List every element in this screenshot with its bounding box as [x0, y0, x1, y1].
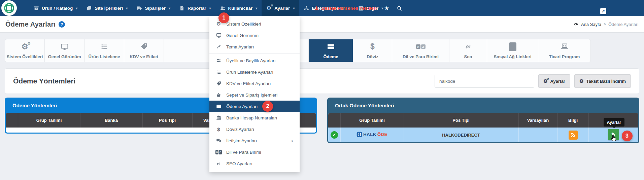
- dollar-icon: $: [215, 127, 222, 132]
- chevron-down-icon: ▾: [293, 6, 295, 10]
- link-icon: [464, 42, 472, 51]
- list-icon: [215, 70, 222, 75]
- nav-label: Ayarlar: [274, 6, 290, 11]
- nav-label: Siparişler: [145, 6, 166, 11]
- nav-item-ayarlar[interactable]: ⚙⚙ Ayarlar ▾: [262, 0, 299, 16]
- row-default-cell: [518, 128, 557, 142]
- gears-icon: ⚙⚙: [21, 42, 28, 51]
- breadcrumb-home[interactable]: Ana Sayfa: [581, 22, 601, 27]
- gears-icon: ⚙⚙: [266, 5, 272, 11]
- menu-item-sepet-ve-siparis[interactable]: Sepet ve Sipariş İşlemleri: [209, 89, 300, 101]
- payment-search-input[interactable]: [435, 75, 534, 87]
- menu-item-label: Sepet ve Sipariş İşlemleri: [226, 93, 277, 98]
- sitemap-icon: [303, 5, 309, 11]
- submenu-arrow-icon: ▸: [292, 139, 294, 143]
- toolbar-actions: ⚙⚙ Ayarlar ⚙ Taksit Bazlı İndirim: [435, 74, 631, 88]
- shared-payment-table: Grup Tanımı Pos Tipi Varsayılan Bilgi ✔: [328, 113, 638, 142]
- gear-icon: ⚙: [579, 78, 584, 84]
- column-header-empty: [6, 113, 18, 128]
- menu-item-urun-listeleme[interactable]: Ürün Listeleme Ayarları: [209, 66, 300, 78]
- help-icon[interactable]: ?: [59, 21, 65, 28]
- breadcrumb-current: Ödeme Ayarları: [608, 22, 639, 27]
- payment-methods-toolbar: Ödeme Yöntemleri ⚙⚙ Ayarlar ⚙ Taksit Baz…: [5, 68, 639, 94]
- tab-ticari-program[interactable]: Ticari Program: [538, 39, 590, 62]
- comments-icon: [215, 138, 222, 143]
- chevron-down-icon: ▾: [256, 6, 257, 10]
- star-icon[interactable]: ★: [384, 5, 389, 12]
- step-badge-2: 2: [262, 101, 273, 112]
- nav-item-raporlar[interactable]: Raporlar ▾: [175, 0, 215, 16]
- tab-genel-gorunum[interactable]: Genel Görünüm: [45, 39, 84, 62]
- menu-item-uyelik-ve-bayilik[interactable]: Üyelik ve Bayilik Ayarları: [209, 55, 300, 66]
- menu-item-kdv-ve-etiket[interactable]: KDV ve Etiket Ayarları: [209, 78, 300, 89]
- credit-card-icon: [215, 104, 222, 109]
- tab-kdv-ve-etiket[interactable]: KDV ve Etiket: [124, 39, 164, 62]
- tab-doviz[interactable]: $ Döviz: [353, 39, 392, 62]
- nav-label: Kullanıcılar: [228, 6, 253, 11]
- copy-icon: [86, 5, 92, 11]
- odeme-ayarlari-page: Ürün / Katalog ▾ Site İçerikleri ▾ Sipar…: [0, 0, 644, 180]
- nav-item-siparisler[interactable]: Siparişler ▾: [132, 0, 175, 16]
- tab-urun-listeleme[interactable]: Ürün Listeleme: [84, 39, 124, 62]
- menu-item-odeme-ayarlari[interactable]: Ödeme Ayarları 2: [209, 101, 300, 112]
- nav-item-urun-katalog[interactable]: Ürün / Katalog ▾: [29, 0, 82, 16]
- box-icon: [33, 5, 39, 11]
- dollar-icon: $: [370, 42, 375, 51]
- menu-item-label: Genel Görünüm: [226, 33, 259, 38]
- page-header: Ödeme Ayarları ? Ana Sayfa > Ödeme Ayarl…: [0, 16, 644, 33]
- column-header-empty: [328, 113, 340, 128]
- tab-seo[interactable]: Seo: [449, 39, 487, 62]
- menu-item-iletisim-ayarlari[interactable]: İletişim Ayarları ▸: [209, 135, 300, 146]
- taksit-bazli-indirim-button[interactable]: ⚙ Taksit Bazlı İndirim: [574, 74, 631, 88]
- column-header-pos-tipi: Pos Tipi: [404, 113, 518, 128]
- truck-icon: [136, 5, 142, 11]
- tab-dil-ve-para-birimi[interactable]: AZ Dil ve Para Birimi: [392, 39, 449, 62]
- button-label: Ayarlar: [550, 79, 565, 84]
- report-icon: [179, 6, 185, 11]
- menu-item-tema-ayarlari[interactable]: Tema Ayarları: [209, 41, 300, 52]
- tab-odeme[interactable]: Ödeme: [309, 39, 353, 62]
- tag-icon: [140, 42, 148, 51]
- ayarlar-dropdown-menu: ⚙⚙ Sistem Özellikleri Genel Görünüm Tema…: [209, 16, 300, 172]
- tab-sosyal-ag-linkleri[interactable]: f Sosyal Ağ Linkleri: [487, 39, 538, 62]
- support-link-label: Destek Personeli Yetkileri: [321, 6, 377, 11]
- pencil-icon: ✎: [611, 132, 616, 138]
- tab-sistem-ozellikleri[interactable]: ⚙⚙ Sistem Özellikleri: [5, 39, 45, 62]
- basket-icon: [215, 93, 222, 98]
- chevron-down-icon: ▾: [126, 6, 128, 10]
- menu-item-label: Döviz Ayarları: [226, 127, 254, 132]
- section-title: Ödeme Yöntemleri: [13, 77, 75, 85]
- menu-item-dil-ve-para-birimi[interactable]: AZ Dil ve Para Birimi: [209, 146, 300, 158]
- menu-item-genel-gorunum[interactable]: Genel Görünüm: [209, 30, 300, 41]
- breadcrumb: Ana Sayfa > Ödeme Ayarları: [573, 22, 639, 27]
- nav-label: Raporlar: [188, 6, 206, 11]
- users-icon: [220, 5, 226, 11]
- halkode-mark-icon: [357, 132, 362, 137]
- menu-item-label: Sistem Özellikleri: [226, 22, 261, 27]
- menu-item-label: KDV ve Etiket Ayarları: [226, 81, 271, 86]
- menu-item-doviz-ayarlari[interactable]: $ Döviz Ayarları: [209, 123, 300, 135]
- nav-item-site-icerikleri[interactable]: Site İçerikleri ▾: [82, 0, 132, 16]
- menu-item-banka-hesap-numaralari[interactable]: Banka Hesap Numaraları: [209, 112, 300, 123]
- language-icon: AZ: [215, 150, 222, 154]
- settings-tooltip: Ayarlar: [604, 118, 625, 127]
- support-permissions-link[interactable]: Destek Personeli Yetkileri: [314, 6, 377, 11]
- tab-label: KDV ve Etiket: [130, 54, 158, 59]
- step-badge-1: 1: [218, 12, 229, 23]
- column-header-pos-tipi: Pos Tipi: [142, 113, 192, 128]
- tab-label: Döviz: [367, 54, 378, 59]
- ayarlar-button[interactable]: ⚙⚙ Ayarlar: [538, 74, 570, 88]
- step-badge-3: 3: [622, 131, 633, 141]
- menu-item-label: Ürün Listeleme Ayarları: [226, 70, 273, 75]
- app-logo[interactable]: [1, 0, 17, 16]
- row-settings-button[interactable]: ✎: [608, 129, 619, 140]
- laptop-icon: [561, 42, 569, 51]
- external-link-icon[interactable]: ↗: [600, 8, 606, 14]
- tab-label: Sistem Özellikleri: [7, 54, 43, 59]
- menu-item-label: Tema Ayarları: [226, 44, 254, 49]
- column-header-grup-tanimi: Grup Tanımı: [18, 113, 80, 128]
- search-icon[interactable]: [397, 5, 402, 11]
- menu-item-seo-ayarlari[interactable]: SEO Ayarları: [209, 158, 300, 169]
- menu-item-label: Ödeme Ayarları: [226, 104, 258, 109]
- rss-info-icon[interactable]: [569, 131, 578, 140]
